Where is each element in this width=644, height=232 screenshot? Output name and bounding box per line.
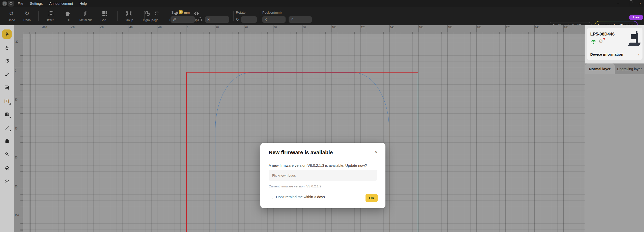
- ruler-label: 180: [448, 26, 452, 29]
- layers-content: [585, 74, 644, 232]
- ruler-label: 40: [245, 26, 248, 29]
- width-input[interactable]: W-: [171, 16, 195, 23]
- group-button[interactable]: Group: [121, 7, 137, 25]
- metal-cut-icon: [83, 10, 88, 17]
- toolbar-separator: [144, 11, 145, 21]
- position-y-input[interactable]: Y-: [289, 16, 312, 23]
- fill-button[interactable]: Fill: [60, 7, 75, 25]
- ok-button[interactable]: OK: [366, 194, 378, 202]
- dropdown-corner-icon: [9, 117, 11, 118]
- dialog-release-notes: Fix known bugs: [269, 170, 377, 181]
- text-icon: |T|: [4, 99, 10, 103]
- position-x-input[interactable]: X-: [262, 16, 286, 23]
- device-information-button[interactable]: Device information ›: [590, 52, 639, 57]
- menu-item[interactable]: Settings: [30, 2, 43, 6]
- shape-gallery-tool[interactable]: [2, 176, 12, 186]
- home-button[interactable]: [8, 1, 14, 7]
- ruler-label: 100: [15, 214, 19, 217]
- dialog-title: New firmware is available: [269, 149, 333, 155]
- grid-button[interactable]: Grid ⌄: [96, 7, 113, 25]
- material-grid-icon: [5, 112, 10, 117]
- dont-remind-checkbox[interactable]: [269, 195, 273, 199]
- redo-button[interactable]: ↻ Redo: [19, 7, 35, 25]
- dialog-close-icon[interactable]: ×: [374, 149, 377, 155]
- size-label: Size: [171, 11, 178, 14]
- image-tool[interactable]: [2, 83, 12, 92]
- toolbar-separator: [38, 11, 39, 21]
- usb-import-tool[interactable]: [2, 136, 12, 146]
- redo-icon: ↻: [25, 10, 29, 17]
- layer-tab[interactable]: Engraving layer: [615, 63, 644, 74]
- close-button[interactable]: ×: [638, 2, 642, 6]
- select-tool[interactable]: [2, 29, 12, 39]
- horizontal-ruler: -100-80-60-40-20020406080100120140160180…: [14, 25, 585, 34]
- ruler-label: 200: [477, 26, 481, 29]
- flip-icon: [194, 10, 199, 17]
- ruler-label: 20: [15, 98, 17, 101]
- ruler-label: 140: [390, 26, 394, 29]
- ruler-label: 100: [332, 26, 336, 29]
- undo-button[interactable]: ↺ Undo: [4, 7, 19, 25]
- ruler-label: 160: [419, 26, 423, 29]
- restore-button[interactable]: [627, 2, 631, 6]
- wifi-icon: [591, 39, 597, 44]
- ruler-corner: [14, 25, 23, 34]
- dropdown-corner-icon: [9, 130, 11, 131]
- pan-tool[interactable]: [2, 43, 12, 52]
- firmware-dialog: New firmware is available × A new firmwa…: [260, 143, 385, 208]
- paint-bucket-icon: [5, 165, 10, 170]
- ruler-label: -100: [42, 26, 47, 29]
- toolbar-separator: [117, 11, 118, 21]
- line-icon: [5, 125, 10, 130]
- ruler-label: 120: [361, 26, 365, 29]
- layer-tab[interactable]: Normal layer: [585, 63, 615, 74]
- undo-icon: ↺: [9, 10, 14, 17]
- ruler-label: -60: [100, 26, 103, 29]
- magic-wand-tool[interactable]: [2, 150, 12, 159]
- metal-cut-button[interactable]: Metal cut: [75, 7, 96, 25]
- menu-bar: FileSettingsAnnouncementHelp: [18, 0, 87, 7]
- notification-dot: [603, 38, 605, 40]
- unit-label: mm: [184, 11, 190, 14]
- ruler-label: 80: [303, 26, 306, 29]
- rotate-input[interactable]: -: [241, 16, 257, 23]
- home-icon: [9, 2, 13, 6]
- pencil-tool[interactable]: [2, 70, 12, 79]
- menu-item[interactable]: File: [18, 2, 23, 6]
- device-settings-button[interactable]: ⚙: [599, 38, 605, 44]
- lock-ratio-icon[interactable]: [198, 19, 202, 21]
- device-card[interactable]: LP5-08D446 ⚙ Device information ›: [587, 28, 642, 60]
- menu-item[interactable]: Announcement: [49, 2, 73, 6]
- device-thumbnail: [628, 31, 640, 47]
- align-button[interactable]: Align ⌄: [148, 7, 165, 25]
- offset-button[interactable]: Offset ⌄: [42, 7, 60, 25]
- pen-tool[interactable]: [2, 56, 12, 65]
- layers-section: Normal layerEngraving layer: [585, 63, 644, 232]
- layer-tabs: Normal layerEngraving layer: [585, 63, 644, 74]
- ruler-label: 80: [15, 185, 17, 188]
- rotate-icon[interactable]: ↻: [236, 17, 239, 22]
- ruler-label: 0: [187, 26, 188, 29]
- magic-wand-icon: [5, 152, 10, 157]
- ruler-label: -40: [129, 26, 132, 29]
- restore-icon: [629, 1, 629, 6]
- height-input[interactable]: H-: [205, 16, 229, 23]
- vertical-ruler: -20020406080100: [14, 34, 23, 232]
- unit-toggle[interactable]: [179, 10, 183, 14]
- line-tool[interactable]: [2, 123, 12, 132]
- ruler-label: -20: [158, 26, 161, 29]
- text-tool[interactable]: |T|: [2, 96, 12, 106]
- fill-bucket-tool[interactable]: [2, 163, 12, 172]
- ruler-label: 0: [15, 69, 16, 72]
- material-test-tool[interactable]: [2, 110, 12, 119]
- rotate-label: Rotate: [236, 11, 245, 14]
- ruler-label: 260: [564, 26, 568, 29]
- menu-item[interactable]: Help: [79, 2, 87, 6]
- card-divider: [590, 49, 639, 49]
- grid-icon: [102, 10, 107, 17]
- offset-icon: [49, 10, 53, 17]
- minimize-button[interactable]: –: [616, 2, 620, 6]
- pencil-icon: [5, 72, 10, 77]
- free-badge: Free: [629, 15, 643, 20]
- ruler-label: 60: [15, 156, 17, 159]
